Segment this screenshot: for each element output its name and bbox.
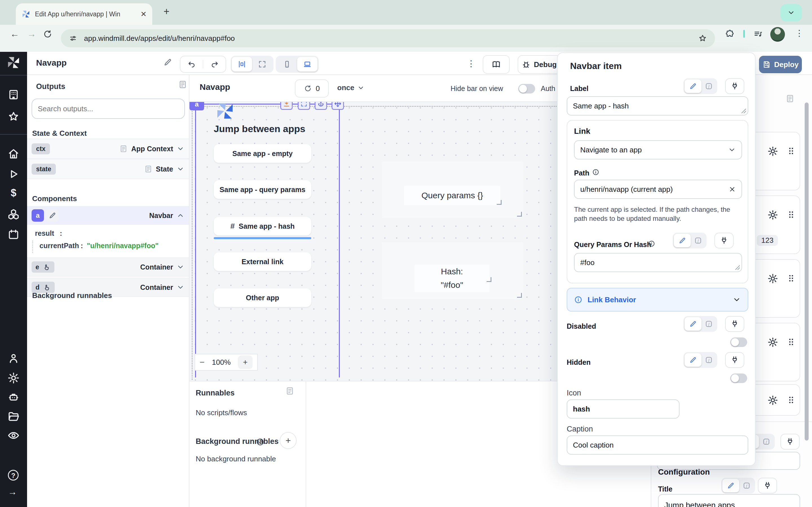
runnables-doc-icon[interactable]	[285, 386, 294, 395]
extensions-icon[interactable]	[725, 29, 735, 39]
outputs-doc-icon[interactable]	[178, 80, 187, 89]
chevron-up-icon[interactable]	[176, 212, 185, 219]
move-chip[interactable]	[332, 102, 344, 110]
sidebar-item-runs[interactable]	[7, 168, 20, 180]
resize-handle[interactable]	[487, 277, 492, 282]
drag-handle-icon[interactable]	[786, 210, 796, 220]
hidden-toggle[interactable]	[730, 374, 747, 383]
label-textarea[interactable]: Same app - hash	[567, 96, 748, 115]
icon-input[interactable]	[567, 399, 679, 418]
connect-button[interactable]	[725, 78, 744, 94]
state-key-badge[interactable]: state	[32, 164, 56, 175]
expand-sidebar-icon[interactable]: →	[8, 487, 17, 497]
toolbar-menu-icon[interactable]: ⋮	[467, 59, 475, 68]
ctx-key-badge[interactable]: ctx	[32, 144, 50, 154]
current-path-key[interactable]: currentPath	[40, 242, 79, 250]
edit-fx-button[interactable]	[702, 79, 716, 93]
back-button[interactable]: ←	[10, 29, 19, 39]
gear-icon[interactable]	[767, 395, 778, 406]
fullscreen-chip[interactable]	[298, 102, 310, 110]
edit-static-button[interactable]	[674, 234, 691, 247]
resize-handle[interactable]	[517, 293, 522, 298]
sidebar-item-favorites[interactable]	[7, 110, 20, 123]
title-input[interactable]	[658, 494, 800, 507]
sidebar-item-workspace[interactable]	[7, 89, 20, 101]
edit-fx-button[interactable]	[702, 317, 716, 331]
connect-button[interactable]	[725, 316, 744, 332]
sidebar-item-resources[interactable]	[7, 208, 20, 220]
component-id-badge[interactable]: e	[32, 262, 54, 273]
sidebar-item-schedules[interactable]	[7, 228, 20, 240]
connect-button[interactable]	[714, 233, 733, 248]
profile-avatar[interactable]	[770, 27, 785, 42]
chevron-down-icon[interactable]	[176, 165, 185, 173]
gear-icon[interactable]	[767, 337, 778, 348]
new-tab-button[interactable]: +	[163, 6, 169, 17]
sidebar-item-home[interactable]	[7, 148, 20, 160]
mobile-view-button[interactable]	[277, 57, 297, 71]
edit-fx-button[interactable]	[691, 234, 705, 247]
container-e-row[interactable]: e Container	[27, 258, 189, 277]
anchor-chip[interactable]	[315, 102, 327, 110]
full-width-button[interactable]	[252, 57, 272, 71]
expand-down-chip[interactable]	[280, 102, 293, 110]
tab-search-button[interactable]	[780, 4, 802, 21]
docs-button[interactable]	[483, 55, 510, 74]
rename-app-icon[interactable]	[163, 58, 172, 66]
clear-icon[interactable]	[728, 186, 736, 193]
current-path-value[interactable]: "u/henri/navapp#foo"	[87, 242, 158, 250]
deploy-button[interactable]: Deploy	[759, 56, 802, 73]
path-input[interactable]: u/henri/navapp (current app)	[574, 180, 742, 199]
ctx-output-row[interactable]: ctx App Context	[27, 138, 189, 159]
centered-layout-button[interactable]	[232, 57, 252, 71]
help-button[interactable]: ?	[8, 470, 18, 481]
refresh-count-button[interactable]: 0	[295, 79, 329, 98]
doc-icon[interactable]	[119, 145, 128, 153]
refresh-mode-select[interactable]: once	[337, 83, 364, 92]
undo-button[interactable]	[181, 60, 203, 68]
bookmark-star-icon[interactable]	[698, 34, 707, 43]
zoom-in-button[interactable]: +	[238, 355, 253, 369]
nav-button-empty[interactable]: Same app - empty	[214, 144, 311, 163]
settings-doc-icon[interactable]	[785, 94, 795, 103]
resize-grip[interactable]	[742, 109, 746, 113]
query-params-box[interactable]: Query params {}	[382, 162, 523, 218]
navbar-component-row[interactable]: a Navbar	[27, 206, 189, 225]
resize-handle[interactable]	[517, 212, 522, 217]
sidebar-item-folders[interactable]	[7, 410, 20, 422]
browser-tab[interactable]: Edit App u/henri/navapp | Win ✕	[16, 3, 152, 25]
forward-button[interactable]: →	[27, 29, 36, 39]
hide-bar-toggle[interactable]	[518, 84, 535, 94]
gear-icon[interactable]	[767, 146, 778, 157]
drag-handle-icon[interactable]	[786, 395, 796, 405]
tab-close-icon[interactable]: ✕	[140, 10, 147, 18]
windmill-logo[interactable]	[6, 55, 21, 70]
nav-button-external-link[interactable]: External link	[214, 252, 311, 271]
link-type-select[interactable]: Navigate to an app	[574, 140, 742, 159]
search-outputs-input[interactable]	[32, 99, 185, 119]
edit-static-button[interactable]	[684, 79, 702, 93]
drag-handle-icon[interactable]	[786, 273, 796, 283]
edit-component-button[interactable]	[46, 209, 59, 222]
selected-component-badge[interactable]: a	[190, 102, 204, 110]
url-text[interactable]: app.windmill.dev/apps/edit/u/henri/navap…	[84, 34, 235, 43]
disabled-toggle[interactable]	[730, 337, 747, 347]
result-key[interactable]: result	[35, 229, 54, 237]
nav-button-hash-active[interactable]: # Same app - hash	[214, 217, 311, 235]
edit-fx-button[interactable]	[739, 479, 754, 492]
query-params-textarea[interactable]: #foo	[574, 253, 742, 272]
sidebar-item-variables[interactable]: $	[7, 187, 20, 200]
edit-static-button[interactable]	[684, 353, 702, 367]
hash-box[interactable]: Hash: "#foo"	[382, 242, 523, 299]
address-bar[interactable]: app.windmill.dev/apps/edit/u/henri/navap…	[61, 29, 715, 47]
add-background-runnable-button[interactable]: +	[280, 432, 297, 449]
resize-grip[interactable]	[735, 265, 740, 270]
desktop-view-button[interactable]	[297, 57, 317, 71]
zoom-out-button[interactable]: −	[200, 357, 205, 367]
edit-static-button[interactable]	[722, 479, 739, 492]
drag-handle-icon[interactable]	[786, 337, 796, 347]
site-settings-icon[interactable]	[69, 34, 77, 43]
sidebar-item-users[interactable]	[7, 352, 20, 364]
edit-static-button[interactable]	[684, 317, 702, 331]
gear-icon[interactable]	[767, 273, 778, 284]
